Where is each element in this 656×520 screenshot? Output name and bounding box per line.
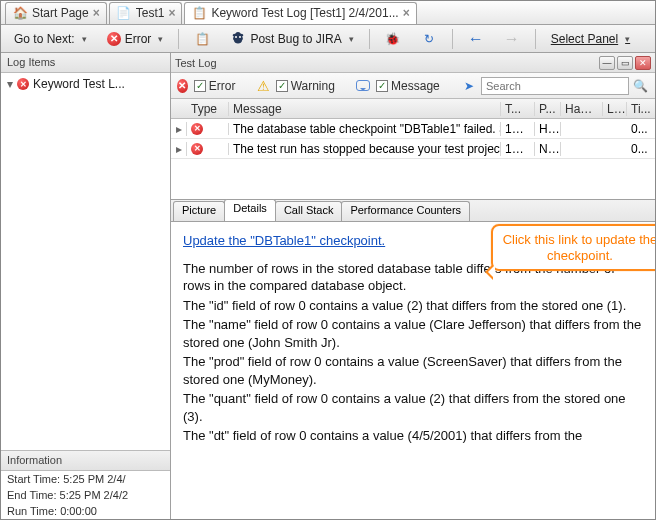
- tab-picture[interactable]: Picture: [173, 201, 225, 221]
- error-label: Error: [125, 32, 152, 46]
- tab-test1[interactable]: 📄 Test1 ×: [109, 2, 183, 24]
- main-toolbar: Go to Next: ✕ Error 📋 Post Bug to JIRA 🐞…: [1, 25, 655, 53]
- grid-body: ▸ ✕ The database table checkpoint "DBTab…: [171, 119, 655, 199]
- information-panel: Information Start Time: 5:25 PM 2/4/ End…: [1, 450, 170, 519]
- message-filter-label: Message: [391, 79, 440, 93]
- close-button[interactable]: ✕: [635, 56, 651, 70]
- col-priority[interactable]: P...: [535, 102, 561, 116]
- log-items-tree[interactable]: ▾ ✕ Keyword Test L...: [1, 73, 170, 450]
- select-panel-button[interactable]: Select Panel: [544, 28, 637, 50]
- cell-message: The database table checkpoint "DBTable1"…: [229, 122, 501, 136]
- post-bug-button[interactable]: Post Bug to JIRA: [223, 28, 360, 50]
- annotation-callout: Click this link to update the checkpoint…: [491, 224, 655, 271]
- checkbox-icon: ✓: [194, 80, 206, 92]
- clipboard-icon: 📋: [194, 31, 210, 47]
- tab-label: Start Page: [32, 6, 89, 20]
- document-tabstrip: 🏠 Start Page × 📄 Test1 × 📋 Keyword Test …: [1, 1, 655, 25]
- error-icon: ✕: [191, 123, 203, 135]
- left-column: Log Items ▾ ✕ Keyword Test L... Informat…: [1, 53, 171, 519]
- test-log-title: Test Log: [175, 57, 217, 69]
- close-icon[interactable]: ×: [93, 6, 100, 20]
- error-filter-checkbox[interactable]: ✓Error: [194, 79, 236, 93]
- tree-item-label: Keyword Test L...: [33, 77, 125, 91]
- bug-nav-button[interactable]: 🐞: [378, 28, 408, 50]
- select-panel-label: Select Panel: [551, 32, 618, 46]
- grid-row[interactable]: ▸ ✕ The database table checkpoint "DBTab…: [171, 119, 655, 139]
- sync-button[interactable]: ↻: [414, 28, 444, 50]
- update-checkpoint-link[interactable]: Update the "DBTable1" checkpoint.: [183, 233, 385, 248]
- tab-keyword-test-log[interactable]: 📋 Keyword Test Log [Test1] 2/4/201... ×: [184, 2, 416, 24]
- details-text: The "name" field of row 0 contains a val…: [183, 316, 643, 351]
- details-text: The "id" field of row 0 contains a value…: [183, 297, 643, 315]
- info-start-time: Start Time: 5:25 PM 2/4/: [1, 471, 170, 487]
- tab-details[interactable]: Details: [224, 199, 276, 221]
- col-has[interactable]: Has ...: [561, 102, 603, 116]
- grid-row[interactable]: ▸ ✕ The test run has stopped because you…: [171, 139, 655, 159]
- right-column: Test Log — ▭ ✕ ✕ ✓Error ⚠ ✓Warning ✓Mess…: [171, 53, 655, 519]
- tree-item-keyword-test-log[interactable]: ▾ ✕ Keyword Test L...: [7, 77, 164, 91]
- error-icon: ✕: [191, 143, 203, 155]
- home-icon: 🏠: [12, 5, 28, 21]
- col-l[interactable]: L...: [603, 102, 627, 116]
- tab-label: Keyword Test Log [Test1] 2/4/201...: [211, 6, 398, 20]
- tab-call-stack[interactable]: Call Stack: [275, 201, 343, 221]
- tab-start-page[interactable]: 🏠 Start Page ×: [5, 2, 107, 24]
- arrow-left-icon: ←: [468, 31, 484, 47]
- warning-icon: ⚠: [257, 79, 270, 93]
- keyword-icon: 📄: [116, 5, 132, 21]
- cell-time: 17:...: [501, 142, 535, 156]
- test-log-header: Test Log — ▭ ✕: [171, 53, 655, 73]
- filter-bar: ✕ ✓Error ⚠ ✓Warning ✓Message ➤ 🔍: [171, 73, 655, 99]
- col-message[interactable]: Message: [229, 102, 501, 116]
- checkbox-icon: ✓: [276, 80, 288, 92]
- message-filter-checkbox[interactable]: ✓Message: [376, 79, 440, 93]
- checkbox-icon: ✓: [376, 80, 388, 92]
- window-buttons: — ▭ ✕: [599, 56, 651, 70]
- information-header: Information: [1, 451, 170, 471]
- separator: [178, 29, 179, 49]
- cell-priority: Hi...: [535, 122, 561, 136]
- clipboard-button[interactable]: 📋: [187, 28, 217, 50]
- svg-point-0: [235, 36, 237, 38]
- col-type[interactable]: Type: [187, 102, 229, 116]
- details-text: The "dt" field of row 0 contains a value…: [183, 427, 643, 445]
- separator: [535, 29, 536, 49]
- warning-filter-checkbox[interactable]: ✓Warning: [276, 79, 335, 93]
- search-input[interactable]: [481, 77, 629, 95]
- cell-type: ✕: [187, 123, 229, 135]
- expand-toggle[interactable]: ▸: [171, 122, 187, 136]
- main-area: Log Items ▾ ✕ Keyword Test L... Informat…: [1, 53, 655, 519]
- go-to-next-label: Go to Next:: [14, 32, 75, 46]
- close-icon[interactable]: ×: [168, 6, 175, 20]
- bottom-tabstrip: Picture Details Call Stack Performance C…: [171, 200, 655, 222]
- go-to-next-button[interactable]: Go to Next:: [7, 28, 94, 50]
- maximize-button[interactable]: ▭: [617, 56, 633, 70]
- message-icon: [356, 78, 370, 94]
- separator: [369, 29, 370, 49]
- bug-icon: 🐞: [385, 31, 401, 47]
- jira-icon: [230, 31, 246, 47]
- error-icon: ✕: [107, 32, 121, 46]
- details-text: The "prod" field of row 0 contains a val…: [183, 353, 643, 388]
- error-filter-button[interactable]: ✕ Error: [100, 28, 171, 50]
- col-time[interactable]: T...: [501, 102, 535, 116]
- nav-forward-button[interactable]: →: [497, 28, 527, 50]
- minimize-button[interactable]: —: [599, 56, 615, 70]
- warning-filter-label: Warning: [291, 79, 335, 93]
- log-grid: Type Message T... P... Has ... L... Ti..…: [171, 99, 655, 200]
- cell-time: 17:...: [501, 122, 535, 136]
- col-ti[interactable]: Ti...: [627, 102, 655, 116]
- log-icon: 📋: [191, 5, 207, 21]
- cursor-icon: ➤: [461, 78, 477, 94]
- close-icon[interactable]: ×: [403, 6, 410, 20]
- error-filter-label: Error: [209, 79, 236, 93]
- error-icon: ✕: [177, 79, 188, 93]
- cell-message: The test run has stopped because your te…: [229, 142, 501, 156]
- tab-label: Test1: [136, 6, 165, 20]
- search-icon[interactable]: 🔍: [633, 78, 649, 94]
- nav-back-button[interactable]: ←: [461, 28, 491, 50]
- expand-toggle[interactable]: ▸: [171, 142, 187, 156]
- tab-performance-counters[interactable]: Performance Counters: [341, 201, 470, 221]
- collapse-icon[interactable]: ▾: [7, 77, 13, 91]
- info-run-time: Run Time: 0:00:00: [1, 503, 170, 519]
